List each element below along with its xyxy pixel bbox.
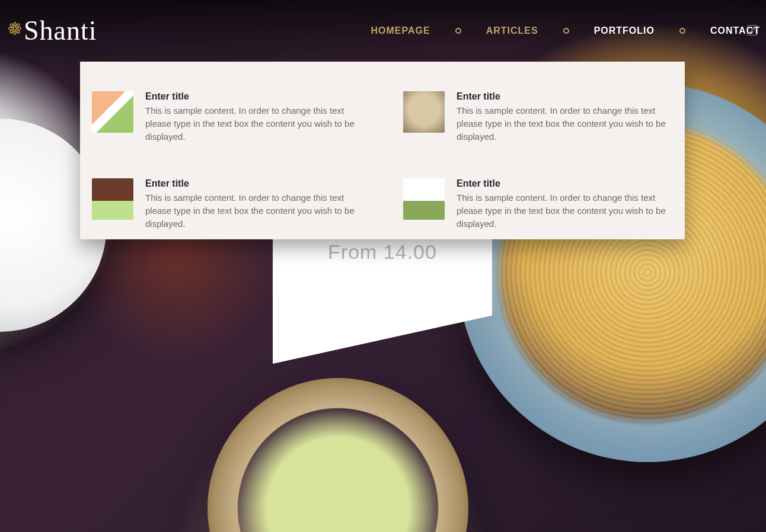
dropdown-thumb <box>92 91 133 133</box>
nav-articles[interactable]: ARTICLES <box>486 25 538 36</box>
nav-dot-icon <box>679 28 685 34</box>
dropdown-thumb <box>403 178 445 220</box>
svg-point-1 <box>14 23 16 26</box>
dropdown-item[interactable]: Enter title This is sample content. In o… <box>92 91 368 143</box>
dropdown-desc: This is sample content. In order to chan… <box>145 104 368 143</box>
dropdown-text: Enter title This is sample content. In o… <box>145 178 368 230</box>
dropdown-text: Enter title This is sample content. In o… <box>145 91 368 143</box>
dropdown-desc: This is sample content. In order to chan… <box>145 191 368 230</box>
nav-homepage[interactable]: HOMEPAGE <box>371 25 430 36</box>
portfolio-dropdown: Enter title This is sample content. In o… <box>80 62 685 239</box>
nav-dot-icon <box>563 28 569 34</box>
dropdown-title: Enter title <box>457 91 679 102</box>
dropdown-thumb <box>92 178 133 220</box>
edit-icon[interactable] <box>746 24 759 37</box>
svg-point-4 <box>18 27 21 30</box>
nav-dot-icon <box>455 28 461 34</box>
dropdown-title: Enter title <box>457 178 679 189</box>
svg-point-8 <box>16 30 20 33</box>
dropdown-item[interactable]: Enter title This is sample content. In o… <box>403 91 679 143</box>
dropdown-title: Enter title <box>145 178 368 189</box>
site-header: Shanti HOMEPAGE ARTICLES PORTFOLIO CONTA… <box>0 0 766 62</box>
svg-point-3 <box>9 27 12 30</box>
dropdown-title: Enter title <box>145 91 368 102</box>
svg-point-6 <box>16 23 20 27</box>
dropdown-item[interactable]: Enter title This is sample content. In o… <box>403 178 679 230</box>
dropdown-item[interactable]: Enter title This is sample content. In o… <box>92 178 368 230</box>
nav-portfolio[interactable]: PORTFOLIO <box>594 25 655 36</box>
flower-icon <box>8 22 21 35</box>
svg-point-5 <box>9 23 13 27</box>
brand-name: Shanti <box>24 17 97 44</box>
bg-bowl <box>208 378 468 532</box>
dropdown-desc: This is sample content. In order to chan… <box>457 104 679 143</box>
brand-logo[interactable]: Shanti <box>8 17 97 44</box>
dropdown-desc: This is sample content. In order to chan… <box>457 191 679 230</box>
hero-price: From 14.00 <box>273 241 492 264</box>
svg-point-7 <box>9 30 13 33</box>
dropdown-text: Enter title This is sample content. In o… <box>457 178 679 230</box>
dropdown-text: Enter title This is sample content. In o… <box>457 91 679 143</box>
primary-nav: HOMEPAGE ARTICLES PORTFOLIO CONTACT <box>371 25 760 36</box>
svg-point-0 <box>13 27 17 30</box>
svg-point-2 <box>14 31 16 35</box>
dropdown-thumb <box>403 91 445 133</box>
